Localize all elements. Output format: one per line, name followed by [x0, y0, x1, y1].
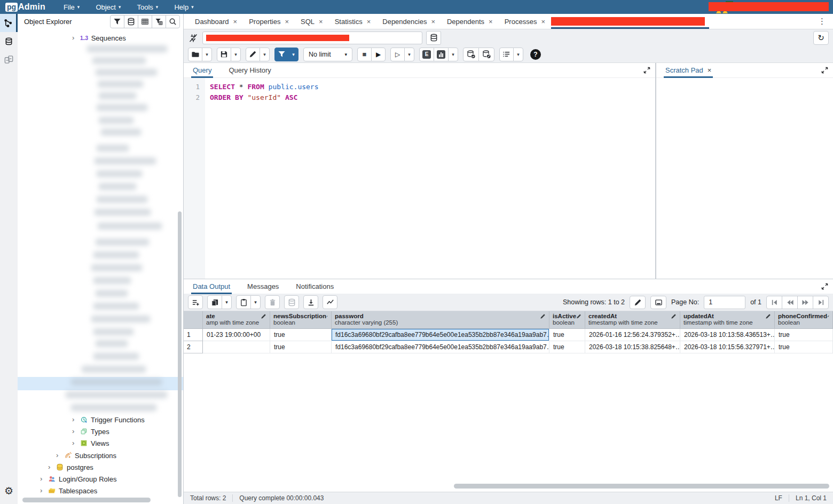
cell-phoneConfirmed[interactable]: true: [775, 341, 833, 353]
column-header-isActive[interactable]: isActive boolean: [549, 311, 585, 329]
search-button[interactable]: [166, 15, 180, 28]
open-file-button[interactable]: [188, 48, 202, 61]
prev-page-button[interactable]: [782, 296, 798, 309]
expand-pane-button[interactable]: [821, 66, 828, 76]
pencil-icon[interactable]: [671, 313, 677, 319]
tree-item-subscriptions[interactable]: › Subscriptions: [56, 450, 116, 461]
execute-menu-button[interactable]: ▾: [404, 48, 414, 61]
sql-code[interactable]: SELECT * FROM public.users ORDER BY "use…: [205, 78, 319, 279]
open-file-menu-button[interactable]: ▾: [202, 48, 212, 61]
tab-query-tool-redacted[interactable]: [551, 14, 711, 29]
cell-phoneConfirmed[interactable]: true: [775, 329, 833, 341]
tree-item-views[interactable]: › Views: [72, 437, 109, 449]
save-results-to-file-button[interactable]: [303, 295, 318, 309]
tab-scratch-pad[interactable]: Scratch Pad×: [664, 63, 713, 77]
column-header-password[interactable]: password character varying (255): [332, 311, 549, 329]
edit-menu-button[interactable]: ▾: [260, 48, 270, 61]
row-number-cell[interactable]: 2: [184, 341, 203, 353]
table-view-button[interactable]: [138, 15, 152, 28]
close-icon[interactable]: ×: [367, 18, 371, 26]
scratch-pad-body[interactable]: [656, 78, 833, 279]
row-number-cell[interactable]: 1: [184, 329, 203, 341]
column-header-createdAt[interactable]: createdAt timestamp with time zone: [585, 311, 680, 329]
tab-query-history[interactable]: Query History: [227, 63, 272, 77]
menu-help[interactable]: Help▾: [174, 3, 193, 11]
menu-tools[interactable]: Tools▾: [137, 3, 158, 11]
close-icon[interactable]: ×: [285, 18, 289, 26]
pencil-icon[interactable]: [576, 313, 581, 319]
cell-password[interactable]: fd16c3a69680bf29cafba8ee779b64e5e00e1ea5…: [332, 341, 549, 353]
tab-notifications[interactable]: Notifications: [294, 279, 335, 294]
user-menu-redacted[interactable]: [709, 1, 829, 13]
cell-updatedAt[interactable]: 2026-03-18 10:15:56.327971+…: [680, 341, 775, 353]
expand-chevron-icon[interactable]: ›: [72, 414, 77, 426]
tab-overflow-menu-button[interactable]: ⋮: [811, 14, 833, 29]
paste-button[interactable]: [236, 295, 251, 309]
grid-corner-cell[interactable]: [184, 311, 203, 329]
strip-object-explorer-button[interactable]: [0, 14, 18, 32]
execute-button[interactable]: ▶: [371, 48, 386, 61]
close-icon[interactable]: ×: [233, 18, 238, 26]
expand-pane-button[interactable]: [821, 282, 828, 292]
tab-statistics[interactable]: Statistics×: [329, 14, 377, 29]
close-icon[interactable]: ×: [708, 66, 712, 74]
copy-menu-button[interactable]: ▾: [222, 295, 232, 309]
sidebar-horizontal-scrollbar[interactable]: [22, 498, 151, 502]
last-page-button[interactable]: [813, 296, 829, 309]
cell-createdAt[interactable]: 2026-01-16 12:56:24.379352+…: [585, 329, 680, 341]
tab-dependencies[interactable]: Dependencies×: [376, 14, 441, 29]
pencil-icon[interactable]: [827, 313, 829, 319]
page-number-input[interactable]: [704, 296, 745, 309]
tree-item-tablespaces[interactable]: › Tablespaces: [40, 485, 97, 497]
close-icon[interactable]: ×: [489, 18, 493, 26]
pgadmin-logo[interactable]: pg Admin: [5, 2, 45, 12]
commit-button[interactable]: [463, 48, 479, 61]
macros-button[interactable]: [499, 48, 514, 61]
add-row-button[interactable]: [188, 295, 203, 309]
expand-chevron-icon[interactable]: ›: [48, 461, 53, 473]
filter-menu-button[interactable]: ▾: [288, 48, 298, 61]
delete-row-button[interactable]: [265, 295, 280, 309]
expand-chevron-icon[interactable]: ›: [56, 450, 61, 461]
rollback-button[interactable]: [478, 48, 494, 61]
tab-dashboard[interactable]: Dashboard×: [189, 14, 243, 29]
expand-chevron-icon[interactable]: ›: [40, 473, 45, 485]
pencil-icon[interactable]: [326, 313, 328, 319]
tab-dependents[interactable]: Dependents×: [441, 14, 499, 29]
sidebar-vertical-scrollbar[interactable]: [178, 211, 182, 497]
window-button[interactable]: [650, 296, 666, 309]
menu-object[interactable]: Object▾: [96, 3, 121, 11]
cell-newsSubscription[interactable]: true: [270, 341, 332, 353]
tab-properties[interactable]: Properties×: [243, 14, 295, 29]
explain-button[interactable]: E: [419, 48, 434, 61]
connection-status-button[interactable]: [188, 33, 199, 43]
filter-button[interactable]: [274, 48, 289, 61]
close-icon[interactable]: ×: [541, 18, 545, 26]
help-button[interactable]: ?: [530, 49, 541, 60]
paste-menu-button[interactable]: ▾: [250, 295, 261, 309]
database-filter-button[interactable]: [124, 15, 138, 28]
graph-visualiser-button[interactable]: [323, 295, 337, 309]
refresh-button[interactable]: ↻: [813, 31, 829, 45]
cell-date[interactable]: [203, 341, 270, 353]
grid-horizontal-scrollbar[interactable]: [454, 484, 829, 489]
cell-createdAt[interactable]: 2026-03-18 10:15:38.825648+…: [585, 341, 680, 353]
tree-selected-row[interactable]: [18, 377, 183, 390]
edit-range-button[interactable]: [630, 296, 646, 309]
pencil-icon[interactable]: [540, 313, 546, 319]
tab-query[interactable]: Query: [191, 63, 213, 77]
copy-button[interactable]: [207, 295, 222, 309]
expand-pane-button[interactable]: [643, 66, 650, 76]
preferences-button[interactable]: ⚙: [0, 482, 18, 500]
expand-chevron-icon[interactable]: ›: [72, 437, 77, 449]
expand-chevron-icon[interactable]: ›: [72, 426, 77, 437]
cell-updatedAt[interactable]: 2026-03-18 10:13:58.436513+…: [680, 329, 775, 341]
expand-chevron-icon[interactable]: ›: [72, 32, 77, 44]
tab-sql[interactable]: SQL×: [295, 14, 329, 29]
tree-item-trigger-functions[interactable]: › Trigger Functions: [72, 414, 145, 426]
save-file-button[interactable]: [217, 48, 231, 61]
explain-analyze-button[interactable]: [434, 48, 449, 61]
first-page-button[interactable]: [766, 296, 782, 309]
tree-item-postgres[interactable]: › postgres: [48, 461, 93, 473]
filter-button[interactable]: [110, 15, 124, 28]
